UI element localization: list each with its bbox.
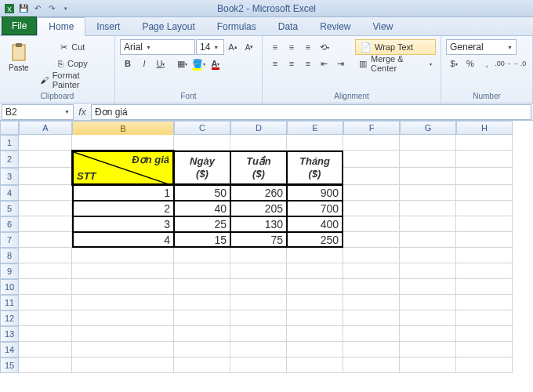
- cell-A6[interactable]: [19, 216, 72, 232]
- cell-H5[interactable]: [456, 201, 513, 216]
- font-name-select[interactable]: Arial▼: [120, 39, 195, 55]
- cell-G2[interactable]: [400, 151, 456, 168]
- cell-D13[interactable]: [230, 326, 287, 342]
- cell-C1[interactable]: [174, 135, 230, 151]
- cell-H3[interactable]: [456, 168, 513, 185]
- cell-B1[interactable]: [72, 135, 174, 151]
- cell-F1[interactable]: [343, 135, 400, 151]
- row-header[interactable]: 15: [0, 358, 19, 373]
- cell-H13[interactable]: [456, 326, 513, 342]
- font-color-button[interactable]: A▾: [208, 56, 223, 71]
- cell-F14[interactable]: [343, 342, 400, 358]
- cell-F8[interactable]: [343, 248, 400, 263]
- borders-button[interactable]: ▦▾: [175, 56, 190, 71]
- cell-H10[interactable]: [456, 279, 513, 295]
- wrap-text-button[interactable]: 📄Wrap Text: [355, 39, 436, 55]
- cell-A5[interactable]: [19, 201, 72, 216]
- cell-F9[interactable]: [343, 263, 400, 279]
- cell-E11[interactable]: [287, 295, 343, 310]
- tab-view[interactable]: View: [362, 18, 404, 35]
- spreadsheet-grid[interactable]: A B C D E F G H 12Đơn giáSTTNgày($)Tuần(…: [0, 121, 533, 392]
- row-header[interactable]: 5: [0, 201, 19, 216]
- cell-F13[interactable]: [343, 326, 400, 342]
- cell-C7[interactable]: 15: [174, 232, 230, 248]
- cell-A7[interactable]: [19, 232, 72, 248]
- cell-E4[interactable]: 900: [287, 185, 343, 201]
- cell-D6[interactable]: 130: [230, 216, 287, 232]
- tab-review[interactable]: Review: [309, 18, 361, 35]
- cell-C11[interactable]: [174, 295, 230, 310]
- cell-B10[interactable]: [72, 279, 174, 295]
- save-icon[interactable]: 💾: [17, 2, 30, 15]
- cell-E14[interactable]: [287, 342, 343, 358]
- formula-bar[interactable]: Đơn giá: [91, 104, 531, 120]
- cell-C2[interactable]: Ngày($): [174, 151, 230, 185]
- cell-H14[interactable]: [456, 342, 513, 358]
- italic-button[interactable]: I: [136, 56, 152, 71]
- row-header[interactable]: 3: [0, 168, 19, 185]
- cell-E2[interactable]: Tháng($): [287, 151, 343, 185]
- col-header-F[interactable]: F: [343, 121, 400, 135]
- decrease-indent-button[interactable]: ⇤: [317, 56, 332, 71]
- merge-center-button[interactable]: ▥ Merge & Center ▾: [355, 56, 436, 71]
- fill-color-button[interactable]: 🪣▾: [191, 56, 207, 71]
- cell-H6[interactable]: [456, 216, 513, 232]
- cell-B6[interactable]: 3: [72, 216, 174, 232]
- cell-D7[interactable]: 75: [230, 232, 287, 248]
- cell-A3[interactable]: [19, 168, 72, 185]
- cell-B9[interactable]: [72, 263, 174, 279]
- cell-G9[interactable]: [400, 263, 456, 279]
- qat-customize-icon[interactable]: ▾: [60, 2, 72, 15]
- row-header[interactable]: 13: [0, 326, 19, 342]
- cell-B13[interactable]: [72, 326, 174, 342]
- col-header-E[interactable]: E: [287, 121, 343, 135]
- fx-icon[interactable]: fx: [74, 107, 91, 118]
- cell-C9[interactable]: [174, 263, 230, 279]
- cell-D15[interactable]: [230, 358, 287, 373]
- cell-E10[interactable]: [287, 279, 343, 295]
- cell-E5[interactable]: 700: [287, 201, 343, 216]
- row-header[interactable]: 7: [0, 232, 19, 248]
- cell-E1[interactable]: [287, 135, 343, 151]
- format-painter-button[interactable]: 🖌 Format Painter: [36, 72, 110, 88]
- cell-E9[interactable]: [287, 263, 343, 279]
- copy-button[interactable]: ⎘ Copy: [36, 56, 110, 71]
- cell-F2[interactable]: [343, 151, 400, 168]
- cell-C4[interactable]: 50: [174, 185, 230, 201]
- col-header-A[interactable]: A: [19, 121, 72, 135]
- cell-A8[interactable]: [19, 248, 72, 263]
- cell-D9[interactable]: [230, 263, 287, 279]
- select-all-corner[interactable]: [0, 121, 19, 135]
- col-header-G[interactable]: G: [400, 121, 456, 135]
- cell-E13[interactable]: [287, 326, 343, 342]
- cell-C5[interactable]: 40: [174, 201, 230, 216]
- align-left-button[interactable]: ≡: [267, 56, 283, 71]
- cell-D1[interactable]: [230, 135, 287, 151]
- cell-F12[interactable]: [343, 310, 400, 326]
- cell-E6[interactable]: 400: [287, 216, 343, 232]
- cell-C13[interactable]: [174, 326, 230, 342]
- orientation-button[interactable]: ⟲▾: [317, 39, 332, 55]
- cell-A13[interactable]: [19, 326, 72, 342]
- excel-icon[interactable]: X: [3, 2, 16, 15]
- align-bottom-button[interactable]: ≡: [300, 39, 316, 55]
- cell-E8[interactable]: [287, 248, 343, 263]
- cell-H12[interactable]: [456, 310, 513, 326]
- cell-C15[interactable]: [174, 358, 230, 373]
- cell-D8[interactable]: [230, 248, 287, 263]
- cell-A9[interactable]: [19, 263, 72, 279]
- cell-G7[interactable]: [400, 232, 456, 248]
- cell-G13[interactable]: [400, 326, 456, 342]
- cell-E12[interactable]: [287, 310, 343, 326]
- cell-A11[interactable]: [19, 295, 72, 310]
- redo-icon[interactable]: ↷: [45, 2, 58, 15]
- row-header[interactable]: 1: [0, 135, 19, 151]
- cell-D10[interactable]: [230, 279, 287, 295]
- align-middle-button[interactable]: ≡: [284, 39, 299, 55]
- tab-formulas[interactable]: Formulas: [206, 18, 267, 35]
- cell-A2[interactable]: [19, 151, 72, 168]
- cell-F11[interactable]: [343, 295, 400, 310]
- cell-C6[interactable]: 25: [174, 216, 230, 232]
- comma-format-button[interactable]: ,: [479, 56, 495, 71]
- cell-A4[interactable]: [19, 185, 72, 201]
